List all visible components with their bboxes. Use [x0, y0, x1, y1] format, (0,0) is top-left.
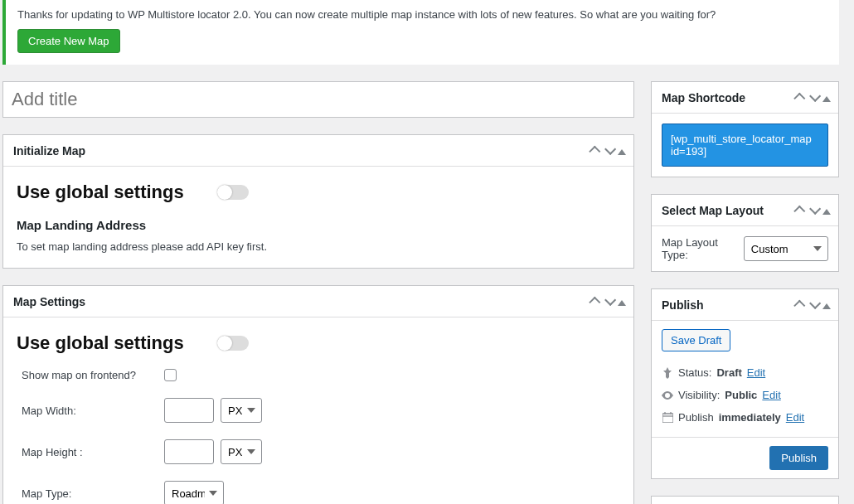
publish-button[interactable]: Publish — [769, 446, 828, 470]
move-up-icon[interactable] — [793, 203, 807, 218]
layout-box: Select Map Layout Map Layout Type: Custo… — [651, 194, 839, 272]
show-frontend-checkbox[interactable] — [164, 369, 177, 381]
initialize-map-title: Initialize Map — [13, 144, 589, 158]
move-up-icon[interactable] — [589, 294, 602, 309]
move-down-icon[interactable] — [602, 143, 615, 158]
status-label: Status: — [678, 366, 711, 379]
toggle-panel-icon[interactable] — [820, 90, 833, 105]
create-new-map-button[interactable]: Create New Map — [17, 29, 120, 53]
schedule-label: Publish — [678, 411, 714, 424]
mapsettings-global-toggle[interactable] — [217, 336, 249, 351]
map-type-select[interactable]: Roadmap — [164, 481, 224, 504]
status-value: Draft — [716, 366, 741, 379]
toggle-panel-icon[interactable] — [820, 203, 833, 218]
schedule-value: immediately — [719, 411, 781, 424]
shortcode-box: Map Shortcode [wp_multi_store_locator_ma… — [651, 81, 839, 177]
move-down-icon[interactable] — [807, 203, 820, 218]
move-up-icon[interactable] — [793, 90, 807, 105]
shortcode-value[interactable]: [wp_multi_store_locator_map id=193] — [662, 124, 828, 167]
shortcode-title: Map Shortcode — [662, 91, 793, 104]
map-width-unit-select[interactable]: PX — [221, 398, 262, 423]
move-down-icon[interactable] — [807, 90, 820, 105]
initialize-global-toggle[interactable] — [217, 185, 249, 200]
map-height-input[interactable] — [164, 439, 214, 464]
status-edit-link[interactable]: Edit — [747, 366, 765, 379]
landing-address-help: To set map landing address please add AP… — [17, 240, 620, 253]
map-width-label: Map Width: — [22, 405, 164, 417]
move-up-icon[interactable] — [589, 143, 602, 158]
layout-title: Select Map Layout — [662, 204, 793, 217]
map-settings-title: Map Settings — [13, 295, 589, 308]
mapsettings-global-label: Use global settings — [17, 332, 184, 354]
map-width-input[interactable] — [164, 398, 214, 423]
toggle-panel-icon[interactable] — [615, 294, 628, 309]
layout-type-label: Map Layout Type: — [662, 236, 739, 261]
map-type-label: Map Type: — [22, 487, 164, 500]
map-settings-box: Map Settings Use global settings Show ma… — [2, 285, 634, 504]
layout-type-select[interactable]: Custom — [744, 236, 828, 261]
move-down-icon[interactable] — [807, 298, 820, 313]
save-draft-button[interactable]: Save Draft — [662, 329, 730, 351]
toggle-panel-icon[interactable] — [820, 298, 833, 313]
update-notice-text: Thanks for updating to WP Multistore loc… — [17, 8, 827, 21]
publish-box: Publish Save Draft Status: Draft Edit — [651, 288, 839, 479]
landing-address-heading: Map Landing Address — [17, 218, 620, 232]
initialize-map-box: Initialize Map Use global settings Map L… — [2, 134, 634, 269]
move-down-icon[interactable] — [602, 294, 615, 309]
visibility-label: Visibility: — [678, 389, 720, 401]
post-title-input[interactable] — [12, 87, 625, 112]
eye-icon — [662, 391, 673, 400]
visibility-value: Public — [725, 389, 757, 401]
calendar-icon — [662, 412, 673, 423]
post-title-wrap[interactable] — [2, 81, 634, 118]
categories-box: Store Categories Store Categories Most U… — [651, 496, 839, 504]
update-notice: Thanks for updating to WP Multistore loc… — [2, 0, 839, 65]
map-height-label: Map Height : — [22, 446, 164, 458]
initialize-global-label: Use global settings — [17, 182, 184, 203]
visibility-edit-link[interactable]: Edit — [762, 389, 780, 401]
schedule-edit-link[interactable]: Edit — [786, 411, 804, 424]
svg-rect-0 — [662, 414, 673, 423]
toggle-panel-icon[interactable] — [615, 143, 628, 158]
publish-title: Publish — [662, 298, 793, 312]
map-height-unit-select[interactable]: PX — [221, 439, 262, 464]
pin-icon — [662, 367, 673, 379]
move-up-icon[interactable] — [793, 298, 807, 313]
show-frontend-label: Show map on frontend? — [22, 369, 164, 381]
